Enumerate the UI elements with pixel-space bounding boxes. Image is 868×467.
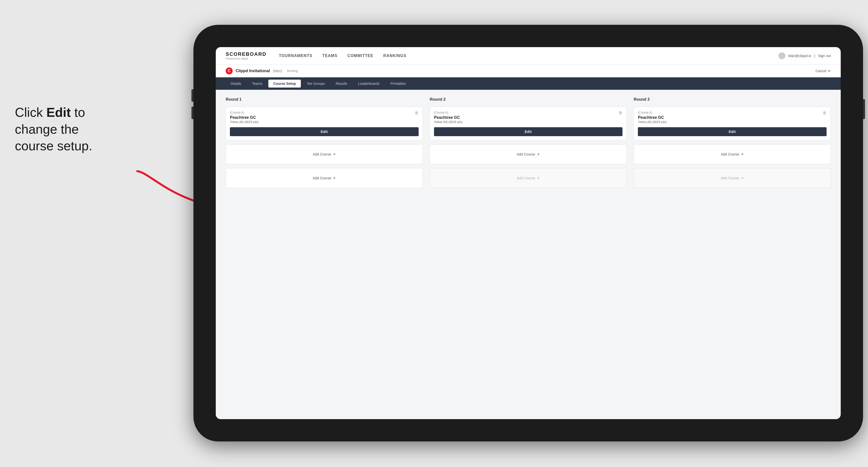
power-button bbox=[863, 99, 865, 119]
top-nav: SCOREBOARD Powered by clippd TOURNAMENTS… bbox=[216, 47, 841, 64]
tab-results[interactable]: Results bbox=[331, 80, 352, 88]
main-content: Round 1 🗑 (Course A) Peachtree GC Yellow… bbox=[216, 90, 841, 419]
round-3-delete-icon[interactable]: 🗑 bbox=[822, 110, 828, 116]
round-2-course-details: Yellow (M) (6629 yds) bbox=[434, 120, 623, 124]
round-2-column: Round 2 🗑 (Course A) Peachtree GC Yellow… bbox=[430, 97, 627, 188]
round-1-add-course-1[interactable]: Add Course + bbox=[226, 144, 423, 164]
tab-details[interactable]: Details bbox=[226, 80, 246, 88]
user-info: blair@clippd.io | Sign out bbox=[778, 52, 831, 59]
rounds-container: Round 1 🗑 (Course A) Peachtree GC Yellow… bbox=[226, 97, 831, 188]
tablet-frame: SCOREBOARD Powered by clippd TOURNAMENTS… bbox=[193, 25, 863, 441]
instruction-prefix: Click bbox=[15, 105, 46, 120]
round-2-plus-icon-2: + bbox=[537, 176, 540, 181]
round-1-title: Round 1 bbox=[226, 97, 423, 102]
round-2-course-label: (Course A) bbox=[434, 111, 623, 114]
round-1-delete-icon[interactable]: 🗑 bbox=[414, 110, 420, 116]
close-icon: ✕ bbox=[828, 69, 831, 73]
round-2-add-label-1: Add Course bbox=[517, 152, 535, 156]
volume-down-button bbox=[191, 107, 193, 119]
tab-tee-groups[interactable]: Tee Groups bbox=[302, 80, 330, 88]
cancel-button[interactable]: Cancel ✕ bbox=[815, 69, 831, 73]
tab-leaderboards[interactable]: Leaderboards bbox=[353, 80, 384, 88]
round-1-add-label-1: Add Course bbox=[313, 152, 331, 156]
nav-separator: | bbox=[814, 54, 815, 58]
logo-title: SCOREBOARD bbox=[226, 51, 266, 57]
round-1-course-label: (Course A) bbox=[230, 111, 418, 114]
round-1-add-course-text-2: Add Course + bbox=[313, 176, 336, 181]
round-1-course-name: Peachtree GC bbox=[230, 115, 418, 120]
round-3-edit-button[interactable]: Edit bbox=[638, 127, 827, 136]
round-3-add-label-2: Add Course bbox=[721, 176, 739, 180]
round-3-plus-icon-1: + bbox=[741, 152, 744, 157]
nav-teams[interactable]: TEAMS bbox=[322, 54, 338, 58]
tablet-screen: SCOREBOARD Powered by clippd TOURNAMENTS… bbox=[216, 47, 841, 419]
round-3-add-course-1[interactable]: Add Course + bbox=[633, 144, 831, 164]
tab-course-setup[interactable]: Course Setup bbox=[268, 80, 301, 88]
round-3-course-card: 🗑 (Course A) Peachtree GC Yellow (M) (66… bbox=[633, 107, 831, 141]
instruction-bold: Edit bbox=[46, 105, 71, 120]
round-2-add-course-text-1: Add Course + bbox=[517, 152, 540, 157]
round-3-column: Round 3 🗑 (Course A) Peachtree GC Yellow… bbox=[633, 97, 831, 188]
user-avatar bbox=[778, 52, 785, 59]
tab-teams[interactable]: Teams bbox=[247, 80, 267, 88]
round-2-delete-icon[interactable]: 🗑 bbox=[618, 110, 623, 116]
round-3-course-label: (Course A) bbox=[638, 111, 827, 114]
round-3-add-course-text-1: Add Course + bbox=[721, 152, 744, 157]
sub-header: C Clippd Invitational (Men) Hosting Canc… bbox=[216, 64, 841, 77]
round-1-add-label-2: Add Course bbox=[313, 176, 331, 180]
round-3-add-course-2: Add Course + bbox=[633, 168, 831, 188]
round-1-add-course-text-1: Add Course + bbox=[313, 152, 336, 157]
round-1-column: Round 1 🗑 (Course A) Peachtree GC Yellow… bbox=[226, 97, 423, 188]
round-2-edit-button[interactable]: Edit bbox=[434, 127, 623, 136]
logo-subtitle: Powered by clippd bbox=[226, 57, 266, 60]
round-2-course-name: Peachtree GC bbox=[434, 115, 623, 120]
round-3-plus-icon-2: + bbox=[741, 176, 744, 181]
round-1-plus-icon-1: + bbox=[333, 152, 336, 157]
round-2-add-label-2: Add Course bbox=[517, 176, 535, 180]
tab-printables[interactable]: Printables bbox=[385, 80, 411, 88]
round-2-title: Round 2 bbox=[430, 97, 627, 102]
tournament-name: Clippd Invitational bbox=[236, 69, 270, 73]
sign-out-link[interactable]: Sign out bbox=[818, 54, 831, 58]
nav-committee[interactable]: COMMITTEE bbox=[347, 54, 373, 58]
app-logo: SCOREBOARD Powered by clippd bbox=[226, 51, 266, 60]
round-1-edit-button[interactable]: Edit bbox=[230, 127, 418, 136]
round-3-add-label-1: Add Course bbox=[721, 152, 739, 156]
round-3-course-details: Yellow (M) (6629 yds) bbox=[638, 120, 827, 124]
sub-header-left: C Clippd Invitational (Men) Hosting bbox=[226, 67, 815, 74]
round-2-plus-icon-1: + bbox=[537, 152, 540, 157]
nav-links: TOURNAMENTS TEAMS COMMITTEE RANKINGS bbox=[279, 54, 778, 58]
nav-rankings[interactable]: RANKINGS bbox=[383, 54, 406, 58]
user-email: blair@clippd.io bbox=[788, 54, 811, 58]
hosting-badge: Hosting bbox=[287, 69, 298, 73]
cancel-label: Cancel bbox=[815, 69, 826, 73]
round-2-add-course-text-2: Add Course + bbox=[517, 176, 540, 181]
round-1-course-details: Yellow (M) (6629 yds) bbox=[230, 120, 418, 124]
round-2-add-course-2: Add Course + bbox=[430, 168, 627, 188]
round-3-title: Round 3 bbox=[633, 97, 831, 102]
round-1-course-card: 🗑 (Course A) Peachtree GC Yellow (M) (66… bbox=[226, 107, 423, 141]
round-1-add-course-2[interactable]: Add Course + bbox=[226, 168, 423, 188]
round-1-plus-icon-2: + bbox=[333, 176, 336, 181]
round-2-add-course-1[interactable]: Add Course + bbox=[430, 144, 627, 164]
round-2-course-card: 🗑 (Course A) Peachtree GC Yellow (M) (66… bbox=[430, 107, 627, 141]
clippd-logo-icon: C bbox=[226, 67, 232, 74]
tab-bar: Details Teams Course Setup Tee Groups Re… bbox=[216, 77, 841, 90]
nav-tournaments[interactable]: TOURNAMENTS bbox=[279, 54, 312, 58]
instruction-text: Click Edit tochange thecourse setup. bbox=[15, 104, 119, 155]
tournament-gender: (Men) bbox=[273, 69, 282, 73]
round-3-add-course-text-2: Add Course + bbox=[721, 176, 744, 181]
round-3-course-name: Peachtree GC bbox=[638, 115, 827, 120]
volume-up-button bbox=[191, 89, 193, 102]
